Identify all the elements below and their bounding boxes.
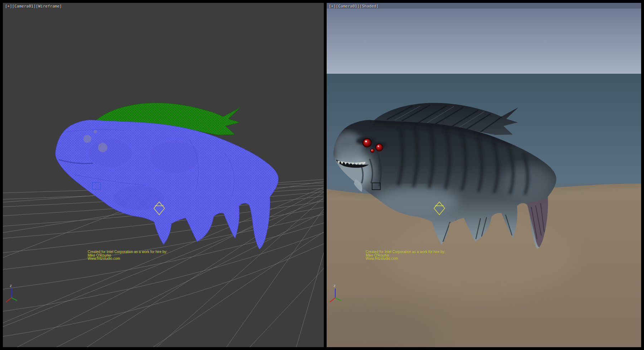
app-window: z [+][Camera01][Wireframe] Created for I… bbox=[0, 0, 644, 350]
axis-z-label: z bbox=[10, 284, 12, 288]
fish-eye bbox=[98, 143, 107, 152]
scene-credit-text: Created for Intel Corporation as a work … bbox=[88, 250, 167, 261]
viewport-wireframe[interactable]: z [+][Camera01][Wireframe] Created for I… bbox=[3, 3, 324, 347]
fish-eye bbox=[83, 135, 91, 143]
shaded-scene: z bbox=[327, 3, 641, 347]
scene-credit-text: Created for Intel Corporation as a work … bbox=[366, 250, 445, 261]
credit-line-3: Www.fritzstudio.com bbox=[366, 257, 445, 261]
viewport-label-wireframe[interactable]: [+][Camera01][Wireframe] bbox=[5, 4, 62, 9]
axis-z-label: z bbox=[333, 284, 336, 288]
viewport-shaded[interactable]: z [+][Camera01][Shaded] Created for Inte… bbox=[327, 3, 641, 347]
viewport-label-shaded[interactable]: [+][Camera01][Shaded] bbox=[329, 4, 379, 9]
wireframe-scene: z bbox=[3, 3, 324, 347]
credit-line-3: Www.fritzstudio.com bbox=[88, 257, 167, 261]
sky bbox=[327, 3, 641, 74]
